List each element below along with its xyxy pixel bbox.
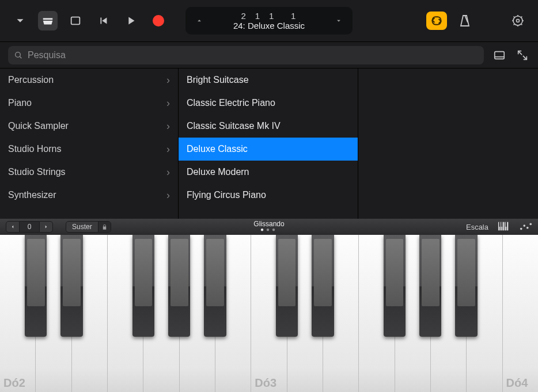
category-item[interactable]: Studio Strings›: [0, 161, 178, 184]
svg-rect-10: [499, 222, 501, 226]
preset-item[interactable]: Classic Electric Piano: [179, 92, 358, 115]
white-key[interactable]: [323, 235, 359, 392]
lcd-display: 2 1 1 1 24: Deluxe Classic: [185, 7, 353, 35]
category-label: Studio Strings: [8, 167, 66, 177]
preset-column[interactable]: Bright SuitcaseClassic Electric PianoCla…: [179, 68, 358, 219]
white-key[interactable]: [143, 235, 179, 392]
white-key[interactable]: Dó3: [251, 235, 287, 392]
sustain-control[interactable]: Suster: [66, 221, 111, 233]
octave-up-button[interactable]: [39, 221, 53, 233]
detail-column: [358, 68, 538, 219]
cycle-button[interactable]: [426, 12, 447, 30]
keyboard-layout-button[interactable]: [498, 221, 510, 233]
chevron-right-icon: ›: [166, 120, 170, 132]
keyboard-mode[interactable]: Glissando ●●●: [253, 220, 284, 231]
category-item[interactable]: Piano›: [0, 92, 178, 115]
svg-rect-4: [495, 51, 505, 59]
fullscreen-button[interactable]: [515, 48, 530, 63]
search-input[interactable]: [28, 50, 478, 60]
svg-rect-0: [71, 17, 80, 25]
toolbar-right: [426, 11, 528, 31]
preset-item[interactable]: Flying Circus Piano: [179, 184, 358, 207]
svg-rect-9: [507, 222, 509, 230]
svg-rect-12: [506, 222, 507, 226]
category-item[interactable]: Percussion›: [0, 68, 178, 92]
search-box[interactable]: [8, 46, 484, 64]
svg-point-2: [517, 20, 520, 22]
preset-item[interactable]: Deluxe Classic: [179, 138, 358, 161]
metronome-button[interactable]: [455, 11, 475, 31]
sustain-lock-button[interactable]: [98, 221, 111, 233]
category-label: Quick Sampler: [8, 121, 69, 131]
svg-rect-7: [502, 222, 504, 230]
svg-point-16: [529, 223, 532, 225]
chevron-right-icon: ›: [166, 74, 170, 86]
svg-point-1: [513, 16, 522, 25]
play-button[interactable]: [121, 11, 141, 31]
go-to-start-button[interactable]: [93, 11, 113, 31]
top-toolbar: 2 1 1 1 24: Deluxe Classic: [0, 0, 538, 41]
category-label: Studio Horns: [8, 144, 62, 154]
record-icon: [153, 15, 164, 26]
next-preset-button[interactable]: [331, 17, 347, 25]
keyboard-toolbar: 0 Suster Glissando ●●● Escala: [0, 219, 538, 235]
lcd-time: 2 1 1 1: [239, 11, 300, 21]
white-key[interactable]: [180, 235, 215, 392]
category-item[interactable]: Studio Horns›: [0, 138, 178, 161]
scale-button[interactable]: Escala: [466, 223, 488, 231]
chevron-right-icon: ›: [166, 189, 170, 201]
category-item[interactable]: Synthesizer›: [0, 184, 178, 207]
svg-point-14: [523, 224, 525, 227]
white-key[interactable]: [467, 235, 502, 392]
category-item[interactable]: Quick Sampler›: [0, 115, 178, 138]
sound-browser: Percussion›Piano›Quick Sampler›Studio Ho…: [0, 68, 538, 219]
white-key[interactable]: Dó2: [0, 235, 36, 392]
library-button[interactable]: [38, 11, 58, 31]
svg-point-13: [520, 227, 522, 230]
page-dots: ●●●: [253, 228, 284, 231]
white-key[interactable]: [72, 235, 108, 392]
octave-down-button[interactable]: [6, 221, 20, 233]
settings-button[interactable]: [508, 11, 528, 31]
octave-value: 0: [20, 221, 39, 233]
white-key[interactable]: [287, 235, 323, 392]
white-key[interactable]: [359, 235, 395, 392]
white-key[interactable]: [395, 235, 431, 392]
transport-left: [10, 11, 168, 31]
search-icon: [14, 51, 23, 60]
category-label: Synthesizer: [8, 190, 56, 200]
chevron-right-icon: ›: [166, 97, 170, 109]
key-label: Dó4: [506, 376, 528, 390]
key-label: Dó3: [255, 376, 276, 390]
preset-item[interactable]: Deluxe Modern: [179, 161, 358, 184]
svg-rect-11: [501, 222, 502, 226]
white-key[interactable]: [215, 235, 251, 392]
sustain-label: Suster: [66, 223, 98, 231]
prev-preset-button[interactable]: [191, 17, 207, 25]
category-column[interactable]: Percussion›Piano›Quick Sampler›Studio Ho…: [0, 68, 179, 219]
white-key[interactable]: [36, 235, 71, 392]
disclosure-button[interactable]: [10, 11, 30, 31]
key-label: Dó2: [3, 376, 25, 390]
category-label: Percussion: [8, 75, 54, 85]
record-button[interactable]: [149, 11, 168, 31]
category-label: Piano: [8, 98, 32, 108]
chevron-right-icon: ›: [166, 143, 170, 155]
octave-stepper: 0: [6, 221, 53, 233]
white-key[interactable]: [431, 235, 467, 392]
svg-point-3: [16, 52, 21, 57]
lcd-center[interactable]: 2 1 1 1 24: Deluxe Classic: [207, 11, 331, 31]
svg-point-15: [526, 226, 529, 229]
piano-keyboard[interactable]: Dó2Dó3Dó4: [0, 235, 538, 392]
window-mode-button[interactable]: [66, 11, 85, 31]
preset-item[interactable]: Classic Suitcase Mk IV: [179, 115, 358, 138]
chevron-right-icon: ›: [166, 166, 170, 178]
lcd-preset-name: 24: Deluxe Classic: [233, 21, 305, 31]
white-key[interactable]: [108, 235, 143, 392]
lock-icon: [101, 224, 108, 230]
white-key[interactable]: Dó4: [503, 235, 538, 392]
arpeggiator-button[interactable]: [520, 221, 532, 233]
view-mode-button[interactable]: [492, 48, 507, 63]
search-row: [0, 41, 538, 68]
preset-item[interactable]: Bright Suitcase: [179, 68, 358, 92]
